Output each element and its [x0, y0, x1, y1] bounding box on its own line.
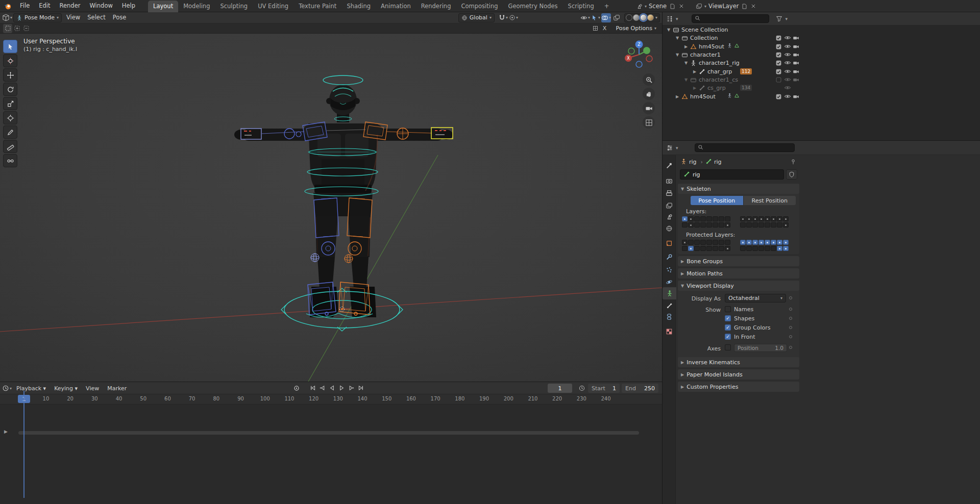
viewport-menu-select[interactable]: Select — [84, 12, 109, 23]
key-next-button[interactable] — [347, 384, 356, 392]
layer-toggle[interactable] — [758, 240, 764, 245]
tweak-select-tool[interactable] — [3, 40, 17, 53]
outliner-row-cs_grp[interactable]: ▶cs_grp134 — [663, 84, 980, 92]
camera-visibility-icon[interactable] — [792, 35, 800, 41]
outliner-row-hm45out[interactable]: ▶hm45out — [663, 42, 980, 51]
disclosure-icon[interactable]: ▶ — [692, 86, 698, 90]
outliner-editor-type-icon[interactable] — [666, 15, 674, 23]
annotate-tool[interactable] — [3, 125, 17, 139]
timeline-editor-type-button[interactable]: ▾ — [2, 384, 12, 393]
outliner-row-scene collection[interactable]: ▼Scene Collection — [663, 26, 980, 34]
shading-rendered-button[interactable] — [647, 14, 654, 21]
pin-icon[interactable] — [789, 158, 797, 166]
view-layer-selector[interactable]: ▾ ViewLayer — [693, 2, 760, 11]
new-view-layer-icon[interactable] — [741, 3, 748, 10]
layer-toggle[interactable] — [758, 216, 764, 221]
exclude-checkbox[interactable] — [775, 93, 782, 100]
layer-toggle[interactable] — [765, 216, 770, 221]
camera-visibility-icon[interactable] — [792, 93, 800, 100]
mode-dropdown[interactable]: Pose Mode ▾ — [13, 13, 62, 22]
workspace-tab-sculpting[interactable]: Sculpting — [215, 1, 253, 12]
armature-data-icon[interactable] — [705, 158, 713, 165]
panel-paper-model-islands-header[interactable]: ▶Paper Model Islands — [678, 369, 799, 380]
in-front-checkbox[interactable]: ✓ — [725, 334, 731, 340]
panel-skeleton-header[interactable]: ▼Skeleton — [678, 184, 799, 194]
hide-eye-icon[interactable] — [783, 59, 791, 66]
viewport-menu-view[interactable]: View — [63, 12, 84, 23]
disclosure-icon[interactable]: ▼ — [683, 78, 689, 82]
snap-toggle[interactable]: ▾ — [499, 13, 508, 22]
outliner-item-label[interactable]: hm45out — [699, 43, 724, 50]
layer-toggle[interactable] — [713, 240, 718, 245]
disclosure-icon[interactable]: ▼ — [674, 36, 680, 40]
blender-logo-icon[interactable] — [0, 2, 15, 10]
frame-end-field[interactable]: End250 — [622, 384, 658, 393]
layer-toggle[interactable] — [682, 216, 688, 221]
frame-start-field[interactable]: Start1 — [588, 384, 620, 393]
outliner-item-label[interactable]: hm45out — [690, 93, 716, 100]
outliner-item-label[interactable]: cs_grp — [707, 85, 726, 91]
timeline-menu-marker[interactable]: Marker — [104, 383, 130, 394]
layer-toggle[interactable] — [746, 222, 752, 228]
layer-toggle[interactable] — [706, 222, 712, 228]
exclude-checkbox[interactable] — [775, 60, 782, 66]
workspace-tab-layout[interactable]: Layout — [148, 1, 178, 12]
rotate-tool[interactable] — [3, 83, 17, 96]
layer-toggle[interactable] — [765, 240, 770, 245]
outliner-row-character1_rig[interactable]: ▼character1_rig — [663, 59, 980, 67]
layer-toggle[interactable] — [725, 216, 730, 221]
disclosure-icon[interactable]: ▼ — [674, 53, 680, 57]
delete-view-layer-icon[interactable] — [750, 3, 757, 10]
hide-eye-icon[interactable] — [783, 68, 791, 75]
layer-toggle[interactable] — [713, 246, 718, 251]
navigation-gizmo[interactable]: Z X — [622, 38, 656, 73]
exclude-checkbox[interactable] — [775, 77, 782, 83]
select-extend-button[interactable] — [12, 24, 21, 33]
group-colors-checkbox[interactable]: ✓ — [725, 324, 731, 331]
menu-render[interactable]: Render — [55, 2, 85, 9]
outliner-item-label[interactable]: character1 — [690, 52, 721, 58]
decorator-dot[interactable] — [789, 317, 792, 320]
layer-toggle[interactable] — [777, 216, 782, 221]
layer-toggle[interactable] — [700, 222, 706, 228]
layer-toggle[interactable] — [777, 246, 782, 251]
object-icon[interactable] — [680, 158, 688, 165]
disclosure-icon[interactable]: ▶ — [692, 69, 698, 74]
layer-toggle[interactable] — [713, 222, 718, 228]
layer-toggle[interactable] — [725, 240, 730, 245]
layer-toggle[interactable] — [752, 222, 758, 228]
layer-toggle[interactable] — [688, 222, 694, 228]
timeline-menu-view[interactable]: View — [82, 383, 103, 394]
workspace-tab-rendering[interactable]: Rendering — [416, 1, 456, 12]
layer-toggle[interactable] — [725, 222, 730, 228]
mirror-x-toggle[interactable]: X — [600, 24, 609, 33]
shading-material-button[interactable] — [640, 14, 647, 21]
axes-checkbox[interactable] — [725, 344, 731, 350]
shading-wireframe-button[interactable] — [626, 14, 632, 21]
axes-position-slider[interactable]: Position1.0 — [734, 344, 787, 352]
exclude-checkbox[interactable] — [775, 43, 782, 50]
layer-toggle[interactable] — [694, 222, 700, 228]
jump-start-button[interactable] — [308, 384, 317, 392]
layer-toggle[interactable] — [746, 216, 752, 221]
layer-toggle[interactable] — [725, 246, 730, 251]
decorator-dot[interactable] — [789, 326, 792, 329]
workspace-tab-scripting[interactable]: Scripting — [563, 1, 599, 12]
panel-bone-groups-header[interactable]: ▶Bone Groups — [678, 256, 799, 266]
rest-position-button[interactable]: Rest Position — [743, 196, 796, 205]
layer-toggle[interactable] — [682, 240, 688, 245]
fake-user-shield-button[interactable] — [786, 169, 797, 180]
exclude-checkbox[interactable] — [775, 52, 782, 58]
outliner-item-label[interactable]: char_grp — [707, 68, 732, 75]
camera-visibility-icon[interactable] — [792, 52, 800, 58]
outliner-row-character1_cs[interactable]: ▼character1_cs — [663, 75, 980, 84]
timeline-ruler[interactable]: 1 10203040506070809010011012013014015016… — [0, 394, 662, 405]
layer-toggle[interactable] — [783, 222, 789, 228]
pan-hand-icon[interactable] — [643, 88, 655, 100]
layer-toggle[interactable] — [694, 240, 700, 245]
timeline-channel-area[interactable]: ▶ — [0, 405, 662, 504]
armature-name-field[interactable]: rig — [680, 169, 784, 180]
layer-toggle[interactable] — [765, 246, 770, 251]
select-subtract-button[interactable] — [21, 24, 31, 33]
pose-breakdowner-tool[interactable] — [3, 154, 17, 167]
